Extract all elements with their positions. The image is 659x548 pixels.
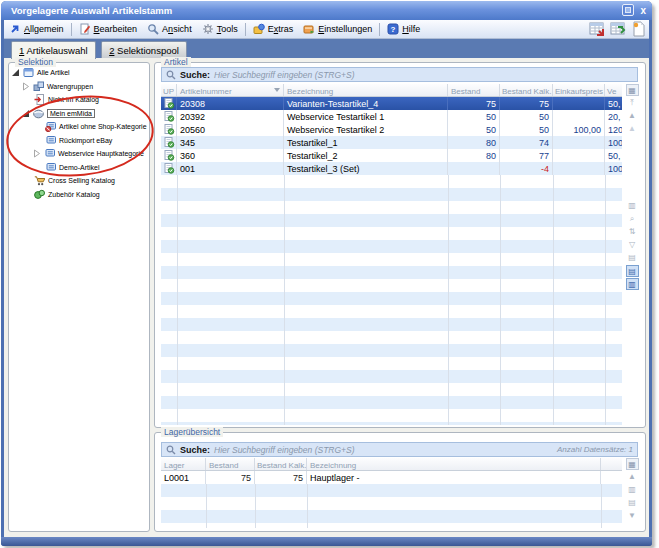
col-bestand[interactable]: Bestand xyxy=(448,84,500,96)
artikel-search-placeholder: Hier Suchbegriff eingeben (STRG+S) xyxy=(214,70,355,80)
tree-item-artikel-ohne-shop-kategorie[interactable]: Artikel ohne Shop-Kategorie xyxy=(45,120,147,133)
zubehoer-icon xyxy=(34,189,45,200)
grid-columns-icon[interactable]: ▥ xyxy=(626,484,639,496)
column-chooser-button[interactable]: ▦ xyxy=(626,84,639,96)
tree-expanded-icon[interactable] xyxy=(21,109,30,118)
category-blocked-icon xyxy=(45,121,56,132)
menu-ansicht[interactable]: Ansicht xyxy=(142,21,197,38)
col-bestand-kalk[interactable]: Bestand Kalk. xyxy=(255,458,307,470)
grid-columns-icon[interactable]: ▥ xyxy=(626,200,639,212)
article-check-icon xyxy=(163,137,175,148)
menu-bar: Allgemein Bearbeiten Ansicht Tools Extra… xyxy=(4,20,649,39)
search-icon xyxy=(166,70,176,80)
artikel-panel: Artikel Suche: Hier Suchbegriff eingeben… xyxy=(154,62,646,428)
scroll-down-icon[interactable]: ▼ xyxy=(626,510,639,522)
app-window: Vorgelagerte Auswahl Artikelstamm x Allg… xyxy=(1,1,652,546)
menu-allgemein[interactable]: Allgemein xyxy=(4,21,69,38)
col-artikelnummer[interactable]: Artikelnummer xyxy=(177,84,284,96)
article-check-icon xyxy=(163,150,175,161)
tree-collapsed-icon[interactable] xyxy=(32,149,41,158)
arrow-up-right-icon xyxy=(9,23,21,35)
article-status-cell xyxy=(161,97,177,110)
col-bestand[interactable]: Bestand xyxy=(206,458,255,470)
menu-tools[interactable]: Tools xyxy=(197,21,243,38)
tree-item-mein-emmida[interactable]: Mein emMida xyxy=(21,107,95,120)
col-lager[interactable]: Lager xyxy=(161,458,206,470)
article-status-cell xyxy=(161,162,177,175)
search-icon xyxy=(166,445,176,455)
window-restore-icon[interactable] xyxy=(622,4,634,16)
tree-item-webservice-hauptkategorie[interactable]: Webservice Hauptkategorie xyxy=(32,147,144,160)
scroll-up-icon[interactable]: ▲ xyxy=(626,110,639,122)
lager-grid-header: Lager Bestand Bestand Kalk. Bezeichnung xyxy=(161,458,622,471)
scroll-up2-icon[interactable]: ▲ xyxy=(626,123,639,135)
tree-item-demo-artikel[interactable]: Demo-Artikel xyxy=(45,161,99,174)
artikel-row[interactable]: 20392Webservice Testartikel 1505020, xyxy=(161,110,622,123)
category-icon xyxy=(45,162,56,173)
artikel-grid-empty-rows xyxy=(161,175,622,425)
tab-strip: 1 Artikelauswahl 2 Selektionspool xyxy=(4,39,649,58)
selektion-panel-label: Selektion xyxy=(15,57,56,67)
close-button[interactable]: x xyxy=(640,5,646,16)
tree-item-alle-artikel[interactable]: Alle Artikel xyxy=(11,66,70,79)
grid-view-list-icon[interactable]: ▤ xyxy=(626,265,639,277)
artikel-row[interactable]: 20560Webservice Testartikel 25050100,001… xyxy=(161,123,622,136)
article-status-cell xyxy=(161,110,177,123)
grid-filter-icon[interactable]: ▽ xyxy=(626,239,639,251)
article-check-icon xyxy=(163,111,175,122)
col-bestand-kalk[interactable]: Bestand Kalk. xyxy=(500,84,553,96)
grid-group-icon[interactable]: ▤ xyxy=(626,497,639,509)
extras-icon xyxy=(253,23,265,35)
tree-item-rueckimport-ebay[interactable]: Rückimport eBay xyxy=(45,134,112,147)
svg-text:?: ? xyxy=(391,25,396,34)
column-chooser-button[interactable]: ▦ xyxy=(626,458,639,470)
col-einkaufspreis[interactable]: Einkaufspreis xyxy=(553,84,605,96)
tools-icon xyxy=(202,23,214,35)
tree-expanded-icon[interactable] xyxy=(11,68,20,77)
grid-search-icon[interactable]: ⌕ xyxy=(626,213,639,225)
grid-group-icon[interactable]: ▤ xyxy=(626,252,639,264)
tree-collapsed-icon[interactable] xyxy=(21,82,30,91)
menu-einstellungen[interactable]: Einstellungen xyxy=(298,21,377,38)
title-bar: Vorgelagerte Auswahl Artikelstamm x xyxy=(1,1,652,20)
lager-row[interactable]: L0001 75 75 Hauptlager - xyxy=(161,471,622,484)
lager-search[interactable]: Suche: Hier Suchbegriff eingeben (STRG+S… xyxy=(161,442,638,457)
record-count: Anzahl Datensätze: 1 xyxy=(557,445,633,454)
menu-bearbeiten[interactable]: Bearbeiten xyxy=(74,21,143,38)
grid-view-detail-icon[interactable]: ▥ xyxy=(626,278,639,290)
magnifier-icon xyxy=(147,23,159,35)
export-table-red-icon[interactable] xyxy=(589,21,605,37)
scroll-top-icon[interactable]: ⤒ xyxy=(626,97,639,109)
col-bezeichnung[interactable]: Bezeichnung xyxy=(307,458,601,470)
tree-item-cross-selling-katalog[interactable]: Cross Selling Katalog xyxy=(34,174,115,187)
artikel-row[interactable]: 345Testartikel_18074100 xyxy=(161,136,622,149)
grid-sort-icon[interactable]: ⇅ xyxy=(626,226,639,238)
settings-icon xyxy=(303,23,315,35)
import-table-green-icon[interactable] xyxy=(610,21,626,37)
selektion-panel: Selektion Alle Artikel Warengruppen xyxy=(8,62,150,532)
artikel-row[interactable]: 20308Varianten-Testartikel_4757550, xyxy=(161,97,622,110)
scroll-up-icon[interactable]: ▲ xyxy=(626,471,639,483)
article-check-icon xyxy=(163,124,175,135)
lager-grid-empty-rows xyxy=(161,484,622,528)
tab-selektionspool[interactable]: 2 Selektionspool xyxy=(101,41,187,58)
col-bezeichnung[interactable]: Bezeichnung xyxy=(284,84,448,96)
artikel-panel-label: Artikel xyxy=(161,57,191,67)
page-red-arrow-icon xyxy=(34,94,45,105)
lager-panel: Lagerübersicht Suche: Hier Suchbegriff e… xyxy=(154,432,646,532)
menu-extras[interactable]: Extras xyxy=(248,21,299,38)
tree-item-nicht-im-katalog[interactable]: Nicht im Katalog xyxy=(34,93,99,106)
artikel-row[interactable]: 001Testartikel_3 (Set)-4100 xyxy=(161,162,622,175)
emmida-globe-icon xyxy=(33,108,44,119)
tree-item-zubehoer-katalog[interactable]: Zubehör Katalog xyxy=(34,188,100,201)
edit-icon xyxy=(79,23,91,35)
col-ve[interactable]: Ve xyxy=(605,84,622,96)
artikel-row[interactable]: 360Testartikel_2807750, xyxy=(161,149,622,162)
new-document-icon[interactable] xyxy=(631,21,647,37)
tree-item-warengruppen[interactable]: Warengruppen xyxy=(21,80,93,93)
col-up[interactable]: UP xyxy=(161,84,177,96)
lager-panel-label: Lagerübersicht xyxy=(161,427,223,437)
menu-hilfe[interactable]: ? Hilfe xyxy=(382,21,425,38)
warengruppen-icon xyxy=(33,81,44,92)
artikel-search[interactable]: Suche: Hier Suchbegriff eingeben (STRG+S… xyxy=(161,67,638,82)
